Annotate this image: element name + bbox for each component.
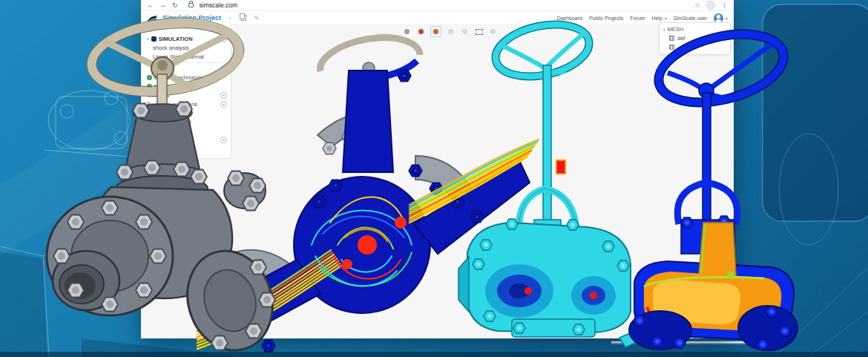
check-icon: ✓ [147, 75, 152, 80]
share-icon[interactable]: ‹ [229, 15, 231, 22]
tree-item-numerics[interactable]: Numerics [141, 108, 231, 117]
tree-item[interactable]: Linear Static Internal [141, 52, 231, 61]
mesh-item[interactable]: def [663, 33, 726, 42]
sphere-orange-icon-selected[interactable] [430, 26, 441, 37]
browser-window: ← → ↻ simscale.com ☆ ⋮ Simulation Projec… [141, 0, 734, 338]
tree-item-element-technology[interactable]: ✓ Element technology [141, 73, 231, 82]
add-icon[interactable]: + [220, 101, 227, 108]
tree-item[interactable]: shock analysis [141, 43, 231, 52]
browser-profile-avatar[interactable] [706, 1, 715, 10]
underline-bar [611, 341, 773, 343]
mesh-panel: ▾ MESH def [659, 22, 731, 55]
tree-item-result-control[interactable]: Result control [141, 126, 231, 135]
chevron-down-icon: ▾ [665, 16, 667, 21]
nav-help[interactable]: Help [651, 16, 662, 21]
simulation-icon [151, 36, 157, 42]
add-icon[interactable]: + [220, 137, 227, 143]
chevron-down-icon[interactable]: ▾ [147, 36, 149, 41]
back-icon[interactable]: ← [147, 0, 154, 10]
nav-username: SimScale user [674, 16, 707, 21]
user-avatar[interactable] [714, 13, 723, 23]
app-nav: Dashboard Public Projects Forum Help ▾ S… [557, 13, 728, 23]
tree-item-simulation[interactable]: ▾ SIMULATION + [141, 34, 231, 43]
refresh-icon[interactable]: ↻ [172, 0, 178, 10]
tree-item-materials[interactable]: Materials + [141, 91, 231, 99]
chevron-down-icon[interactable]: ▾ [726, 16, 728, 21]
nav-forum[interactable]: Forum [630, 16, 645, 21]
box-select-icon[interactable] [474, 27, 484, 36]
lock-icon [188, 3, 194, 7]
nav-public-projects[interactable]: Public Projects [589, 16, 623, 21]
mesh-grid-icon [669, 45, 674, 50]
tree-item[interactable]: Linear Static ... [141, 153, 231, 162]
add-icon[interactable]: + [220, 92, 227, 99]
mesh-grid-icon [669, 36, 674, 41]
url-text[interactable]: simscale.com [200, 1, 237, 9]
tree-item-model[interactable]: ✓ Model [141, 82, 231, 91]
tool-faded-icon[interactable] [488, 27, 498, 36]
simscale-logo [147, 14, 157, 22]
tree-item-simulation-runs[interactable]: Simulation Runs + [141, 135, 231, 144]
project-title: Simulation Project [162, 14, 221, 22]
tree-item[interactable]: + [141, 25, 231, 34]
tree-item[interactable]: Simulation [141, 144, 231, 153]
tool-faded-icon[interactable] [460, 27, 470, 36]
copy-icon[interactable] [241, 15, 246, 21]
forward-icon[interactable]: → [160, 0, 166, 10]
tool-faded-icon[interactable] [446, 27, 456, 36]
browser-menu-icon[interactable]: ⋮ [721, 0, 728, 10]
add-icon[interactable]: + [220, 27, 227, 33]
tree-item-simulation-control[interactable]: Simulation control [141, 117, 231, 126]
browser-chrome: ← → ↻ simscale.com ☆ ⋮ [141, 0, 734, 11]
mesh-panel-header[interactable]: ▾ MESH [663, 25, 726, 33]
edit-icon[interactable]: ✎ [254, 15, 260, 22]
nav-dashboard[interactable]: Dashboard [557, 16, 582, 21]
viewport-toolbar [402, 26, 498, 37]
tree-item[interactable]: + [141, 62, 231, 73]
sphere-red-icon[interactable] [416, 27, 426, 36]
add-icon[interactable]: + [220, 36, 227, 42]
mesh-item[interactable] [663, 42, 726, 51]
tree-item-boundary-conditions[interactable]: Boundary conditions + [141, 99, 231, 108]
bookmark-star-icon[interactable]: ☆ [694, 0, 700, 10]
check-icon: ✓ [147, 84, 152, 89]
chevron-down-icon[interactable]: ▾ [663, 27, 665, 32]
add-icon[interactable]: + [220, 65, 227, 72]
mesh-clip-icon[interactable] [402, 27, 412, 36]
simulation-tree-panel: + ▾ SIMULATION + shock analysis Linear S… [141, 24, 231, 159]
